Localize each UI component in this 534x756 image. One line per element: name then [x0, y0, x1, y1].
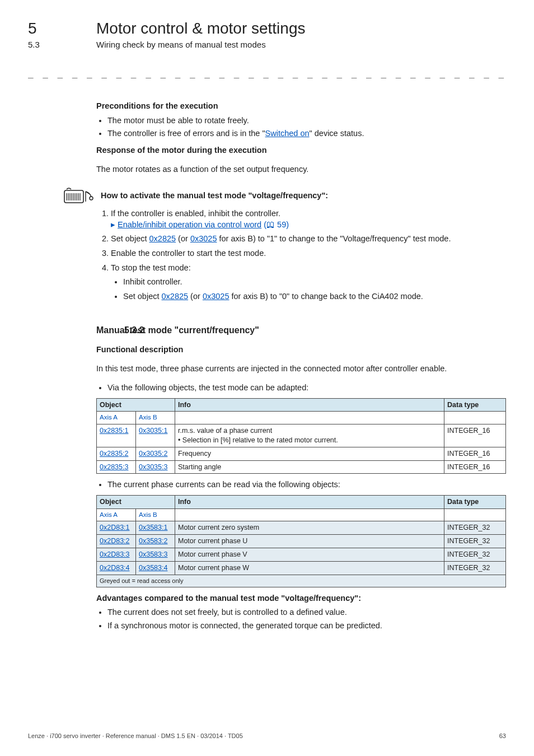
current-bullet: The current phase currents can be read v…: [107, 479, 506, 491]
switched-on-link[interactable]: Switched on: [265, 129, 310, 138]
step-text: for axis B) to "1" to change to the "Vol…: [217, 234, 451, 243]
howto-step: To stop the test mode: Inhibit controlle…: [111, 263, 506, 302]
via-bullet-list: Via the following objects, the test mode…: [96, 382, 506, 394]
register-link[interactable]: 0x3583:1: [139, 524, 167, 531]
register-link[interactable]: 0x2825: [162, 292, 189, 301]
table-cell-datatype: INTEGER_32: [444, 562, 506, 575]
table-cell-info: Starting angle: [175, 460, 444, 474]
objects-table-2: Object Info Data type Axis A Axis B 0x2D…: [96, 495, 506, 587]
table-row: 0x2D83:2 0x3583:2 Motor current phase U …: [97, 535, 506, 548]
table-subheader-axis-b: Axis B: [136, 412, 175, 424]
table-header-object: Object: [97, 495, 175, 508]
step-text: Set object: [111, 234, 149, 243]
table-row: 0x2D83:1 0x3583:1 Motor current zero sys…: [97, 521, 506, 535]
register-link[interactable]: 0x3583:2: [139, 537, 167, 545]
step-text: If the controller is enabled, inhibit th…: [111, 209, 280, 218]
table-footnote-row: Greyed out = read access only: [97, 575, 506, 587]
text-plain: r.m.s. value of a phase current: [178, 427, 272, 435]
svg-rect-0: [64, 190, 83, 203]
register-link[interactable]: 0x2835:3: [100, 463, 128, 471]
table-header-info: Info: [175, 398, 444, 412]
table-cell-info: Motor current phase W: [175, 562, 444, 575]
response-heading: Response of the motor during the executi…: [96, 145, 506, 156]
register-link[interactable]: 0x3025: [190, 234, 217, 243]
register-link[interactable]: 0x2D83:2: [100, 537, 130, 545]
table-cell-datatype: INTEGER_32: [444, 535, 506, 548]
table-header-info: Info: [175, 495, 444, 508]
precondition-item: The controller is free of errors and is …: [107, 128, 506, 139]
advantage-item: The current does not set freely, but is …: [107, 607, 506, 618]
advantages-heading: Advantages compared to the manual test m…: [96, 593, 506, 604]
text-plain: The controller is free of errors and is …: [107, 129, 265, 138]
table-row: 0x2835:1 0x3035:1 r.m.s. value of a phas…: [97, 424, 506, 447]
register-link[interactable]: 0x2D83:1: [100, 524, 130, 531]
howto-substep: Inhibit controller.: [123, 277, 506, 288]
register-link[interactable]: 0x2835:1: [100, 427, 128, 435]
section-title: Manual test mode "current/frequency": [96, 324, 506, 337]
table-empty-cell: [444, 412, 506, 424]
precondition-item: The motor must be able to rotate freely.: [107, 115, 506, 127]
register-link[interactable]: 0x2825: [149, 234, 176, 243]
table-empty-cell: [175, 508, 444, 521]
functional-description-heading: Functional description: [96, 344, 506, 356]
table-header-datatype: Data type: [444, 495, 506, 508]
table-row: 0x2835:3 0x3035:3 Starting angle INTEGER…: [97, 460, 506, 474]
table-subheader-axis-a: Axis A: [97, 508, 136, 521]
howto-heading: How to activate the manual test mode "vo…: [101, 190, 328, 202]
table-header-datatype: Data type: [444, 398, 506, 412]
table-footnote: Greyed out = read access only: [97, 575, 506, 587]
table-cell-datatype: INTEGER_16: [444, 424, 506, 447]
register-link[interactable]: 0x3035:2: [139, 450, 167, 458]
table-cell-datatype: INTEGER_32: [444, 521, 506, 535]
howto-substeps: Inhibit controller. Set object 0x2825 (o…: [111, 277, 506, 302]
table-subheader-axis-a: Axis A: [97, 412, 136, 424]
table-cell-info: Motor current phase V: [175, 548, 444, 562]
table-cell-datatype: INTEGER_16: [444, 447, 506, 460]
register-link[interactable]: 0x2D83:3: [100, 550, 130, 558]
table-row: 0x2835:2 0x3035:2 Frequency INTEGER_16: [97, 447, 506, 460]
howto-steps-list: If the controller is enabled, inhibit th…: [96, 208, 506, 302]
enable-inhibit-link-text[interactable]: Enable/inhibit operation via control wor…: [118, 220, 261, 229]
chapter-title: Motor control & motor settings: [96, 18, 305, 39]
step-text: Set object: [123, 292, 162, 301]
register-link[interactable]: 0x2835:2: [100, 450, 128, 458]
table-empty-cell: [444, 508, 506, 521]
register-link[interactable]: 0x3025: [203, 292, 229, 301]
preconditions-list: The motor must be able to rotate freely.…: [96, 115, 506, 139]
section-title-header: Wiring check by means of manual test mod…: [96, 39, 266, 50]
section-number: 5.3.2: [124, 324, 144, 337]
advantage-item: If a synchronous motor is connected, the…: [107, 620, 506, 632]
howto-step: Enable the controller to start the test …: [111, 248, 506, 259]
howto-step: If the controller is enabled, inhibit th…: [111, 208, 506, 230]
table-row: 0x2D83:3 0x3583:3 Motor current phase V …: [97, 548, 506, 562]
text-plain: • Selection in [%] relative to the rated…: [178, 436, 338, 444]
register-link[interactable]: 0x3035:1: [139, 427, 167, 435]
enable-inhibit-link[interactable]: Enable/inhibit operation via control wor…: [111, 220, 261, 229]
table-cell-info: Motor current zero system: [175, 521, 444, 535]
table-subheader-axis-b: Axis B: [136, 508, 175, 521]
preconditions-heading: Preconditions for the execution: [96, 101, 506, 112]
current-bullet-list: The current phase currents can be read v…: [96, 479, 506, 491]
register-link[interactable]: 0x3583:4: [139, 564, 167, 572]
register-link[interactable]: 0x3035:3: [139, 463, 167, 471]
table-header-object: Object: [97, 398, 175, 412]
table-row: 0x2D83:4 0x3583:4 Motor current phase W …: [97, 562, 506, 575]
chapter-number: 5: [28, 18, 37, 39]
objects-table-1: Object Info Data type Axis A Axis B 0x28…: [96, 398, 506, 474]
register-link[interactable]: 0x2D83:4: [100, 564, 130, 572]
table-cell-info: Frequency: [175, 447, 444, 460]
advantages-list: The current does not set freely, but is …: [96, 607, 506, 631]
step-text: for axis B) to "0" to change back to the…: [229, 292, 423, 301]
table-cell-info: r.m.s. value of a phase current• Selecti…: [175, 424, 444, 447]
howto-step: Set object 0x2825 (or 0x3025 for axis B)…: [111, 234, 506, 245]
functional-description-body: In this test mode, three phase currents …: [96, 363, 506, 375]
section-number-header: 5.3: [28, 39, 40, 50]
register-link[interactable]: 0x3583:3: [139, 550, 167, 558]
footer-left: Lenze · i700 servo inverter · Reference …: [28, 732, 243, 740]
via-bullet: Via the following objects, the test mode…: [107, 382, 506, 394]
page-number: 63: [499, 732, 506, 740]
book-icon: (🕮 59): [264, 220, 289, 229]
table-cell-datatype: INTEGER_16: [444, 460, 506, 474]
table-empty-cell: [175, 412, 444, 424]
page-ref-number: 59: [277, 220, 286, 229]
